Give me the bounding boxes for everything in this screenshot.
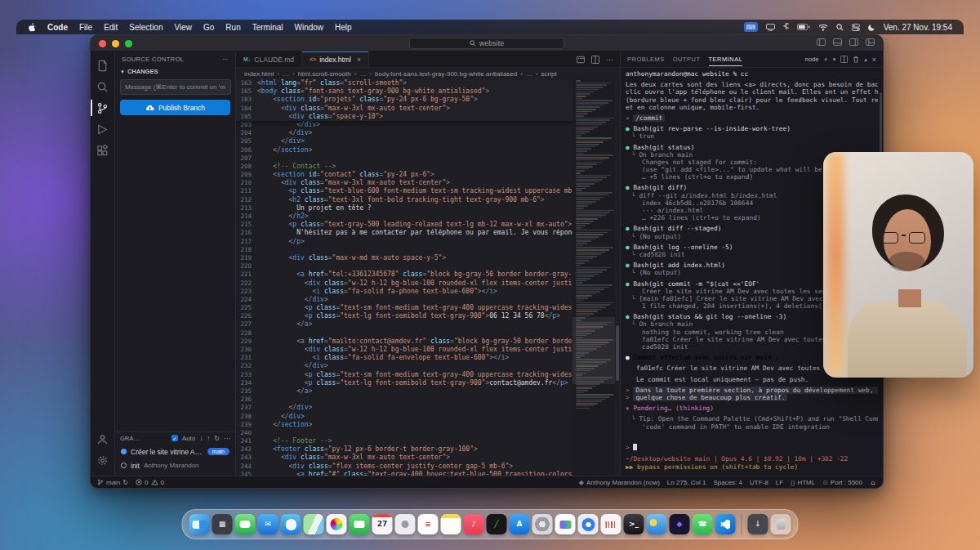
- code-line[interactable]: 184 <div class="max-w-3xl mx-auto text-c…: [236, 105, 572, 113]
- breadcrumb-item[interactable]: …: [359, 70, 366, 78]
- notifications-bell[interactable]: [870, 479, 876, 486]
- code-line[interactable]: 210 <div class="max-w-3xl mx-auto text-c…: [236, 179, 572, 187]
- graph-commit-row[interactable]: Créer le site vitrine AM D… main: [115, 445, 235, 458]
- refresh-icon[interactable]: ↻: [214, 435, 220, 442]
- code-line[interactable]: 213 Un projet en tête ?: [236, 204, 572, 212]
- code-line[interactable]: 218: [236, 246, 572, 254]
- activity-extensions[interactable]: [91, 140, 115, 161]
- code-line[interactable]: 208 <!-- Contact -->: [236, 163, 572, 171]
- dock-trash[interactable]: [771, 514, 791, 534]
- breadcrumb-item[interactable]: body.font-sans.text-gray-900.bg-white.an…: [375, 70, 517, 78]
- editor-scrollbar[interactable]: [615, 79, 620, 476]
- code-line[interactable]: 227 </a>: [236, 320, 572, 329]
- code-lines[interactable]: 203 </div>204 </div>205 </div>206 </sect…: [236, 121, 572, 476]
- activity-search[interactable]: [91, 76, 115, 97]
- code-line[interactable]: 216 N'hésitez pas à me contacter par tél…: [236, 229, 572, 237]
- code-line[interactable]: 206 </section>: [236, 146, 572, 154]
- dock-calendar[interactable]: 27: [372, 514, 393, 534]
- close-window-button[interactable]: [99, 40, 106, 47]
- cursor-position[interactable]: Ln 275, Col 1: [667, 479, 706, 486]
- code-line[interactable]: 165<body class="font-sans text-gray-900 …: [236, 87, 572, 96]
- tab-claude-md[interactable]: M↓ CLAUDE.md: [236, 51, 302, 67]
- code-line[interactable]: 233 <p class="text-sm font-medium text-g…: [236, 371, 572, 379]
- split-terminal-icon[interactable]: [840, 56, 848, 63]
- code-line[interactable]: 183 <section id="projets" class="py-24 p…: [236, 96, 572, 104]
- activity-explorer[interactable]: [91, 55, 115, 76]
- dock-contacts[interactable]: [395, 514, 416, 534]
- chevron-down-icon[interactable]: ▼: [120, 69, 125, 74]
- menu-item-terminal[interactable]: Terminal: [252, 23, 283, 32]
- activity-source-control[interactable]: [91, 97, 115, 118]
- eol-setting[interactable]: LF: [776, 479, 783, 486]
- graph-commit-row[interactable]: init Anthony Marandon: [115, 458, 235, 472]
- activity-accounts[interactable]: [91, 428, 115, 449]
- terminal-profile-label[interactable]: node: [805, 56, 819, 63]
- customize-layout-icon[interactable]: [866, 38, 875, 46]
- claude-input-line[interactable]: >: [626, 444, 878, 452]
- zoom-window-button[interactable]: [125, 40, 132, 47]
- code-line[interactable]: 222 <div class="w-12 h-12 bg-blue-100 ro…: [236, 279, 572, 288]
- menu-item-selection[interactable]: Selection: [129, 23, 163, 32]
- bluetooth-icon[interactable]: [783, 23, 789, 31]
- code-line[interactable]: 239 </section>: [236, 421, 572, 429]
- toggle-secondary-sidebar-icon[interactable]: [849, 38, 858, 46]
- code-line[interactable]: 235 </a>: [236, 387, 572, 396]
- code-line[interactable]: 232 </div>: [236, 362, 572, 370]
- code-line[interactable]: 205 </div>: [236, 137, 572, 145]
- code-line[interactable]: 220: [236, 262, 572, 271]
- breadcrumb-item[interactable]: …: [283, 70, 289, 78]
- dock-finder[interactable]: [189, 514, 210, 534]
- tab-problems[interactable]: PROBLEMS: [627, 53, 665, 65]
- command-center[interactable]: website: [409, 38, 564, 49]
- code-line[interactable]: 219 <div class="max-w-md mx-auto space-y…: [236, 254, 572, 262]
- dock-weather[interactable]: [647, 514, 667, 534]
- menu-item-go[interactable]: Go: [203, 23, 214, 32]
- breadcrumb-item[interactable]: html.scroll-smooth: [298, 70, 351, 78]
- code-line[interactable]: 226 <p class="text-lg font-semibold text…: [236, 312, 572, 320]
- open-preview-icon[interactable]: [577, 56, 585, 64]
- dock-reminders[interactable]: ≡: [418, 514, 439, 534]
- activity-settings[interactable]: [91, 449, 115, 471]
- control-center-icon[interactable]: [852, 24, 860, 31]
- menu-item-code[interactable]: Code: [47, 23, 68, 32]
- dock-downloads[interactable]: ↓: [748, 514, 768, 534]
- code-line[interactable]: 245 <a href="#" class="text-gray-400 hov…: [236, 471, 572, 476]
- menu-item-file[interactable]: File: [79, 23, 92, 32]
- close-panel-icon[interactable]: ×: [872, 56, 876, 64]
- input-source-icon[interactable]: ⌨: [744, 22, 758, 32]
- tab-index-html[interactable]: <> index.html ×: [302, 51, 369, 67]
- menu-item-view[interactable]: View: [175, 23, 193, 32]
- code-line[interactable]: 236: [236, 396, 572, 404]
- dock-terminal[interactable]: >_: [624, 514, 644, 534]
- code-line[interactable]: 211 <p class="text-blue-600 font-medium …: [236, 187, 572, 195]
- code-line[interactable]: 242 <footer class="py-12 px-6 border-t b…: [236, 445, 572, 454]
- battery-icon[interactable]: [797, 24, 810, 30]
- menu-item-edit[interactable]: Edit: [104, 23, 118, 32]
- minimap[interactable]: [572, 79, 615, 476]
- sync-icon[interactable]: ↻: [122, 479, 128, 486]
- code-line[interactable]: 234 <p class="text-lg font-semibold text…: [236, 379, 572, 387]
- maximize-panel-icon[interactable]: ▴: [864, 56, 867, 63]
- code-line[interactable]: 238 </div>: [236, 413, 572, 421]
- code-line[interactable]: 228: [236, 329, 572, 338]
- code-line[interactable]: 230 <div class="w-12 h-12 bg-blue-100 ro…: [236, 346, 572, 354]
- split-editor-icon[interactable]: [591, 56, 599, 64]
- dock-music[interactable]: ♪: [464, 514, 484, 534]
- dock-messages[interactable]: [235, 514, 256, 534]
- terminal-scrollbar[interactable]: [880, 92, 882, 158]
- dock-settings[interactable]: [532, 514, 553, 534]
- publish-branch-button[interactable]: Publish Branch: [120, 100, 230, 115]
- more-actions-icon[interactable]: ⋯: [222, 56, 229, 63]
- toggle-sidebar-icon[interactable]: [817, 38, 826, 46]
- live-server-port[interactable]: ⊙Port : 5500: [822, 479, 862, 486]
- code-line[interactable]: 163<html lang="fr" class="scroll-smooth"…: [236, 79, 572, 87]
- dock-maps[interactable]: [304, 514, 324, 534]
- code-line[interactable]: 212 <h2 class="text-3xl font-bold tracki…: [236, 196, 572, 204]
- menu-item-window[interactable]: Window: [295, 23, 324, 32]
- breadcrumb-item[interactable]: …: [526, 70, 532, 78]
- code-line[interactable]: 207: [236, 154, 572, 163]
- toggle-panel-icon[interactable]: [833, 38, 842, 46]
- code-line[interactable]: 204 </div>: [236, 129, 572, 137]
- code-line[interactable]: 195 <div class="space-y-10">: [236, 113, 572, 121]
- dock-vscode[interactable]: [715, 514, 736, 534]
